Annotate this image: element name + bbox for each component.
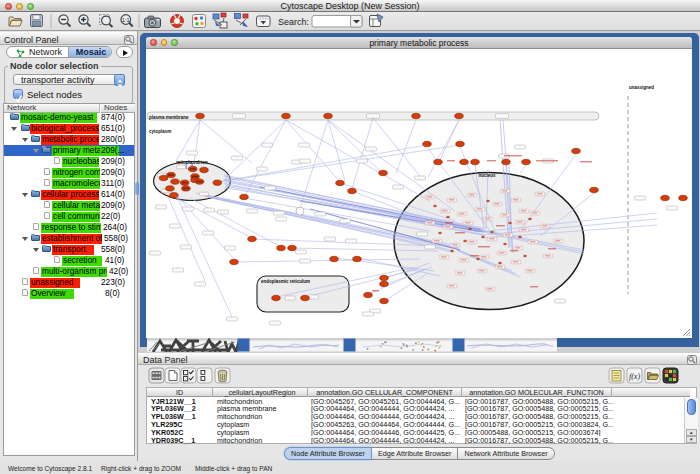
svg-text:nucleus: nucleus <box>478 172 496 177</box>
svg-text:cytoplasm: cytoplasm <box>149 129 171 134</box>
svg-text:unassigned: unassigned <box>629 84 654 89</box>
svg-text:Search:: Search: <box>278 17 309 27</box>
svg-text:plasma membrane: plasma membrane <box>149 114 189 119</box>
svg-text:mitochondrion: mitochondrion <box>176 159 208 164</box>
svg-text:endoplasmic reticulum: endoplasmic reticulum <box>261 278 310 283</box>
svg-text:1:1: 1:1 <box>122 17 130 23</box>
svg-text:f(x): f(x) <box>629 372 640 381</box>
